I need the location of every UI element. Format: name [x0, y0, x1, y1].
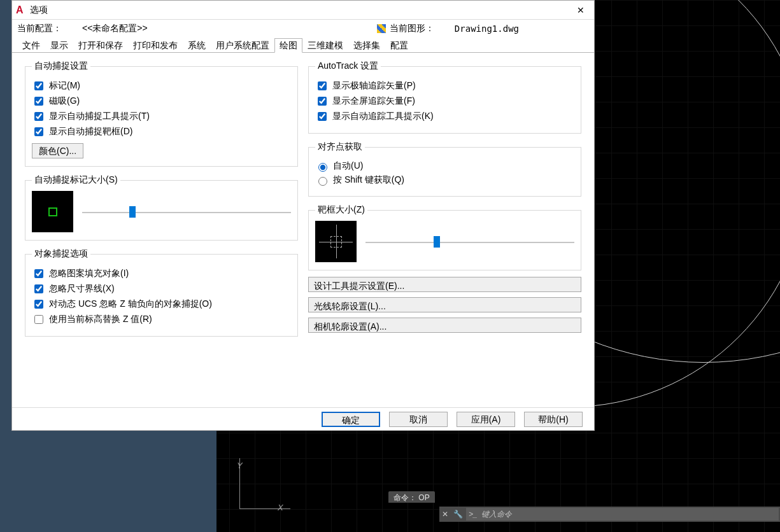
app-icon: A — [16, 5, 26, 15]
marker-size-legend: 自动捕捉标记大小(S) — [32, 174, 120, 186]
autosnap-aperture-checkbox[interactable] — [34, 127, 43, 136]
wrench-icon[interactable]: 🔧 — [451, 510, 465, 519]
command-history-line: 命令： OP — [388, 491, 435, 503]
close-icon: ✕ — [577, 5, 585, 15]
dialog-title: 选项 — [30, 4, 571, 16]
osnap-legend: 对象捕捉选项 — [32, 248, 90, 260]
fullscreen-tracking-checkbox[interactable] — [318, 97, 327, 106]
ok-button[interactable]: 确定 — [322, 412, 380, 427]
ignore-neg-z-checkbox[interactable] — [34, 300, 43, 309]
current-config-label: 当前配置： — [17, 23, 62, 34]
ignore-hatch-checkbox[interactable] — [34, 269, 43, 278]
close-icon[interactable]: ✕ — [439, 510, 451, 519]
polar-tracking-label: 显示极轴追踪矢量(P) — [332, 80, 416, 92]
align-shift-radio[interactable] — [318, 177, 327, 186]
help-button[interactable]: 帮助(H) — [524, 412, 583, 427]
replace-z-elev-label: 使用当前标高替换 Z 值(R) — [49, 314, 152, 325]
design-tooltip-settings-button[interactable]: 设计工具提示设置(E)... — [308, 277, 581, 292]
marker-size-slider[interactable] — [82, 204, 291, 220]
close-button[interactable]: ✕ — [571, 3, 590, 18]
replace-z-elev-checkbox[interactable] — [34, 315, 43, 324]
autosnap-settings-group: 自动捕捉设置 标记(M) 磁吸(G) 显示自动捕捉工具提示(T) 显示自动捕捉靶… — [25, 60, 298, 167]
dialog-footer: 确定 取消 应用(A) 帮助(H) — [12, 407, 594, 430]
command-input[interactable]: >_ 键入命令 — [466, 508, 779, 521]
tab-3d-modeling[interactable]: 三维建模 — [302, 38, 348, 53]
align-auto-label: 自动(U) — [333, 160, 363, 172]
left-column: 自动捕捉设置 标记(M) 磁吸(G) 显示自动捕捉工具提示(T) 显示自动捕捉靶… — [20, 57, 303, 403]
titlebar[interactable]: A 选项 ✕ — [12, 1, 594, 20]
current-config-value: <<未命名配置>> — [82, 23, 148, 34]
bottom-dock — [0, 430, 216, 532]
light-glyph-settings-button[interactable]: 光线轮廓设置(L)... — [308, 297, 581, 312]
tab-strip: 文件 显示 打开和保存 打印和发布 系统 用户系统配置 绘图 三维建模 选择集 … — [12, 38, 594, 53]
command-bar: ✕ 🔧 >_ 键入命令 — [439, 507, 780, 522]
marker-size-group: 自动捕捉标记大小(S) — [25, 174, 298, 241]
tab-user-prefs[interactable]: 用户系统配置 — [211, 38, 274, 53]
autosnap-magnet-label: 磁吸(G) — [49, 95, 80, 107]
options-dialog: A 选项 ✕ 当前配置： <<未命名配置>> 当前图形： Drawing1.dw… — [11, 0, 595, 431]
aperture-preview — [315, 221, 357, 262]
current-drawing-label: 当前图形： — [390, 23, 434, 34]
tab-file[interactable]: 文件 — [17, 38, 45, 53]
aperture-size-group: 靶框大小(Z) — [308, 204, 581, 270]
marker-preview — [32, 191, 73, 232]
colors-button[interactable]: 颜色(C)... — [32, 143, 83, 158]
ignore-dim-ext-label: 忽略尺寸界线(X) — [49, 283, 115, 295]
alignment-legend: 对齐点获取 — [315, 141, 365, 153]
osnap-options-group: 对象捕捉选项 忽略图案填充对象(I) 忽略尺寸界线(X) 对动态 UCS 忽略 … — [25, 248, 298, 337]
autosnap-magnet-checkbox[interactable] — [34, 97, 43, 106]
command-caret-icon: >_ — [466, 510, 481, 519]
tab-drafting[interactable]: 绘图 — [274, 38, 302, 53]
ucs-y-label: Y — [237, 461, 243, 470]
autotrack-legend: AutoTrack 设置 — [315, 60, 381, 72]
autosnap-aperture-label: 显示自动捕捉靶框(D) — [49, 126, 132, 137]
aperture-size-slider[interactable] — [365, 234, 574, 249]
square-icon — [48, 207, 57, 216]
apply-button[interactable]: 应用(A) — [457, 412, 515, 427]
align-auto-radio[interactable] — [318, 163, 327, 172]
autosnap-tooltip-checkbox[interactable] — [34, 112, 43, 121]
ucs-x-label: X — [278, 503, 283, 512]
autosnap-tooltip-label: 显示自动捕捉工具提示(T) — [49, 111, 150, 122]
header-row: 当前配置： <<未命名配置>> 当前图形： Drawing1.dwg — [12, 20, 594, 38]
polar-tracking-checkbox[interactable] — [318, 81, 327, 90]
cancel-button[interactable]: 取消 — [389, 412, 448, 427]
autosnap-marker-label: 标记(M) — [49, 80, 80, 92]
tab-profiles[interactable]: 配置 — [385, 38, 413, 53]
tab-system[interactable]: 系统 — [183, 38, 211, 53]
drawing-icon — [377, 24, 386, 33]
dialog-body: 自动捕捉设置 标记(M) 磁吸(G) 显示自动捕捉工具提示(T) 显示自动捕捉靶… — [12, 53, 594, 407]
camera-glyph-settings-button[interactable]: 相机轮廓设置(A)... — [308, 318, 581, 333]
autotrack-tooltip-checkbox[interactable] — [318, 112, 327, 121]
tab-open-save[interactable]: 打开和保存 — [73, 38, 128, 53]
tab-print-publish[interactable]: 打印和发布 — [128, 38, 183, 53]
autotrack-settings-group: AutoTrack 设置 显示极轴追踪矢量(P) 显示全屏追踪矢量(F) 显示自… — [308, 60, 581, 134]
ignore-dim-ext-checkbox[interactable] — [34, 284, 43, 293]
fullscreen-tracking-label: 显示全屏追踪矢量(F) — [332, 95, 415, 107]
ignore-hatch-label: 忽略图案填充对象(I) — [49, 268, 129, 279]
autosnap-marker-checkbox[interactable] — [34, 81, 43, 90]
right-column: AutoTrack 设置 显示极轴追踪矢量(P) 显示全屏追踪矢量(F) 显示自… — [303, 57, 586, 403]
tab-display[interactable]: 显示 — [45, 38, 73, 53]
alignment-point-group: 对齐点获取 自动(U) 按 Shift 键获取(Q) — [308, 141, 581, 197]
autotrack-tooltip-label: 显示自动追踪工具提示(K) — [332, 111, 434, 122]
aperture-size-legend: 靶框大小(Z) — [315, 204, 367, 216]
tab-selection[interactable]: 选择集 — [348, 38, 385, 53]
crosshair-icon — [330, 236, 342, 248]
align-shift-label: 按 Shift 键获取(Q) — [333, 174, 404, 186]
ignore-neg-z-label: 对动态 UCS 忽略 Z 轴负向的对象捕捉(O) — [49, 298, 212, 310]
command-placeholder: 键入命令 — [481, 509, 512, 520]
autosnap-legend: 自动捕捉设置 — [32, 60, 90, 72]
current-drawing-value: Drawing1.dwg — [455, 24, 519, 34]
